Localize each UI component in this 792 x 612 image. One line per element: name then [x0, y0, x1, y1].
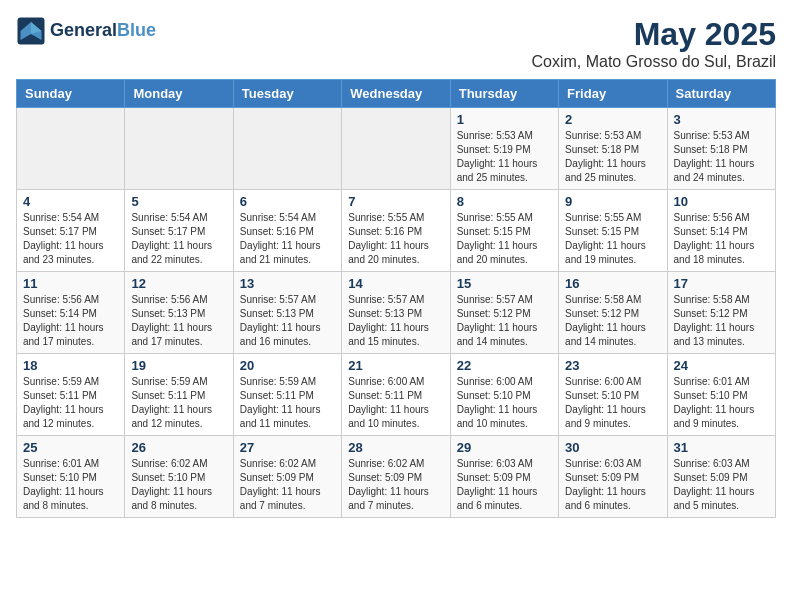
day-number: 22 [457, 358, 552, 373]
day-detail: Sunrise: 6:02 AMSunset: 5:09 PMDaylight:… [240, 457, 335, 513]
calendar-week-1: 1Sunrise: 5:53 AMSunset: 5:19 PMDaylight… [17, 108, 776, 190]
day-number: 19 [131, 358, 226, 373]
day-number: 1 [457, 112, 552, 127]
day-number: 5 [131, 194, 226, 209]
day-detail: Sunrise: 5:55 AMSunset: 5:15 PMDaylight:… [565, 211, 660, 267]
day-number: 14 [348, 276, 443, 291]
calendar-cell: 1Sunrise: 5:53 AMSunset: 5:19 PMDaylight… [450, 108, 558, 190]
calendar-cell: 7Sunrise: 5:55 AMSunset: 5:16 PMDaylight… [342, 190, 450, 272]
calendar-cell: 25Sunrise: 6:01 AMSunset: 5:10 PMDayligh… [17, 436, 125, 518]
calendar-week-3: 11Sunrise: 5:56 AMSunset: 5:14 PMDayligh… [17, 272, 776, 354]
calendar-cell: 9Sunrise: 5:55 AMSunset: 5:15 PMDaylight… [559, 190, 667, 272]
day-detail: Sunrise: 6:00 AMSunset: 5:10 PMDaylight:… [457, 375, 552, 431]
calendar-cell: 15Sunrise: 5:57 AMSunset: 5:12 PMDayligh… [450, 272, 558, 354]
day-number: 17 [674, 276, 769, 291]
day-number: 2 [565, 112, 660, 127]
weekday-header-thursday: Thursday [450, 80, 558, 108]
day-number: 15 [457, 276, 552, 291]
logo: GeneralBlue [16, 16, 156, 46]
location-title: Coxim, Mato Grosso do Sul, Brazil [531, 53, 776, 71]
day-number: 7 [348, 194, 443, 209]
calendar-cell: 27Sunrise: 6:02 AMSunset: 5:09 PMDayligh… [233, 436, 341, 518]
page-header: GeneralBlue May 2025 Coxim, Mato Grosso … [16, 16, 776, 71]
calendar-cell: 24Sunrise: 6:01 AMSunset: 5:10 PMDayligh… [667, 354, 775, 436]
day-number: 20 [240, 358, 335, 373]
day-detail: Sunrise: 5:54 AMSunset: 5:17 PMDaylight:… [131, 211, 226, 267]
day-number: 4 [23, 194, 118, 209]
day-detail: Sunrise: 5:59 AMSunset: 5:11 PMDaylight:… [23, 375, 118, 431]
day-number: 29 [457, 440, 552, 455]
calendar-cell: 10Sunrise: 5:56 AMSunset: 5:14 PMDayligh… [667, 190, 775, 272]
day-detail: Sunrise: 5:54 AMSunset: 5:17 PMDaylight:… [23, 211, 118, 267]
day-number: 27 [240, 440, 335, 455]
day-number: 6 [240, 194, 335, 209]
day-number: 12 [131, 276, 226, 291]
day-detail: Sunrise: 6:01 AMSunset: 5:10 PMDaylight:… [23, 457, 118, 513]
weekday-header-friday: Friday [559, 80, 667, 108]
day-detail: Sunrise: 5:56 AMSunset: 5:13 PMDaylight:… [131, 293, 226, 349]
month-title: May 2025 [531, 16, 776, 53]
day-detail: Sunrise: 6:00 AMSunset: 5:10 PMDaylight:… [565, 375, 660, 431]
calendar-cell: 2Sunrise: 5:53 AMSunset: 5:18 PMDaylight… [559, 108, 667, 190]
day-detail: Sunrise: 5:56 AMSunset: 5:14 PMDaylight:… [23, 293, 118, 349]
day-number: 16 [565, 276, 660, 291]
day-detail: Sunrise: 5:53 AMSunset: 5:18 PMDaylight:… [674, 129, 769, 185]
calendar-cell: 30Sunrise: 6:03 AMSunset: 5:09 PMDayligh… [559, 436, 667, 518]
day-detail: Sunrise: 5:59 AMSunset: 5:11 PMDaylight:… [240, 375, 335, 431]
day-detail: Sunrise: 6:00 AMSunset: 5:11 PMDaylight:… [348, 375, 443, 431]
day-detail: Sunrise: 5:58 AMSunset: 5:12 PMDaylight:… [674, 293, 769, 349]
calendar-cell: 29Sunrise: 6:03 AMSunset: 5:09 PMDayligh… [450, 436, 558, 518]
day-detail: Sunrise: 5:58 AMSunset: 5:12 PMDaylight:… [565, 293, 660, 349]
weekday-header-tuesday: Tuesday [233, 80, 341, 108]
calendar-cell: 17Sunrise: 5:58 AMSunset: 5:12 PMDayligh… [667, 272, 775, 354]
day-number: 25 [23, 440, 118, 455]
logo-text: GeneralBlue [50, 21, 156, 41]
day-number: 10 [674, 194, 769, 209]
weekday-row: SundayMondayTuesdayWednesdayThursdayFrid… [17, 80, 776, 108]
calendar-cell [233, 108, 341, 190]
calendar-cell: 3Sunrise: 5:53 AMSunset: 5:18 PMDaylight… [667, 108, 775, 190]
day-detail: Sunrise: 5:56 AMSunset: 5:14 PMDaylight:… [674, 211, 769, 267]
day-number: 3 [674, 112, 769, 127]
calendar-cell: 16Sunrise: 5:58 AMSunset: 5:12 PMDayligh… [559, 272, 667, 354]
calendar-cell [125, 108, 233, 190]
calendar-week-2: 4Sunrise: 5:54 AMSunset: 5:17 PMDaylight… [17, 190, 776, 272]
calendar-cell: 31Sunrise: 6:03 AMSunset: 5:09 PMDayligh… [667, 436, 775, 518]
day-number: 31 [674, 440, 769, 455]
day-number: 28 [348, 440, 443, 455]
day-number: 8 [457, 194, 552, 209]
day-detail: Sunrise: 5:57 AMSunset: 5:13 PMDaylight:… [240, 293, 335, 349]
day-detail: Sunrise: 5:57 AMSunset: 5:13 PMDaylight:… [348, 293, 443, 349]
weekday-header-saturday: Saturday [667, 80, 775, 108]
day-detail: Sunrise: 6:01 AMSunset: 5:10 PMDaylight:… [674, 375, 769, 431]
day-number: 13 [240, 276, 335, 291]
calendar-cell: 21Sunrise: 6:00 AMSunset: 5:11 PMDayligh… [342, 354, 450, 436]
day-number: 23 [565, 358, 660, 373]
day-number: 11 [23, 276, 118, 291]
day-detail: Sunrise: 5:53 AMSunset: 5:19 PMDaylight:… [457, 129, 552, 185]
day-detail: Sunrise: 6:02 AMSunset: 5:09 PMDaylight:… [348, 457, 443, 513]
calendar-cell [342, 108, 450, 190]
day-detail: Sunrise: 5:57 AMSunset: 5:12 PMDaylight:… [457, 293, 552, 349]
calendar-body: 1Sunrise: 5:53 AMSunset: 5:19 PMDaylight… [17, 108, 776, 518]
day-detail: Sunrise: 5:54 AMSunset: 5:16 PMDaylight:… [240, 211, 335, 267]
day-detail: Sunrise: 5:55 AMSunset: 5:15 PMDaylight:… [457, 211, 552, 267]
calendar-cell: 19Sunrise: 5:59 AMSunset: 5:11 PMDayligh… [125, 354, 233, 436]
day-detail: Sunrise: 6:03 AMSunset: 5:09 PMDaylight:… [674, 457, 769, 513]
calendar-cell [17, 108, 125, 190]
calendar-cell: 22Sunrise: 6:00 AMSunset: 5:10 PMDayligh… [450, 354, 558, 436]
day-detail: Sunrise: 6:02 AMSunset: 5:10 PMDaylight:… [131, 457, 226, 513]
day-number: 21 [348, 358, 443, 373]
day-number: 30 [565, 440, 660, 455]
calendar-week-4: 18Sunrise: 5:59 AMSunset: 5:11 PMDayligh… [17, 354, 776, 436]
calendar-header: SundayMondayTuesdayWednesdayThursdayFrid… [17, 80, 776, 108]
calendar-cell: 23Sunrise: 6:00 AMSunset: 5:10 PMDayligh… [559, 354, 667, 436]
calendar-cell: 4Sunrise: 5:54 AMSunset: 5:17 PMDaylight… [17, 190, 125, 272]
calendar-cell: 12Sunrise: 5:56 AMSunset: 5:13 PMDayligh… [125, 272, 233, 354]
title-block: May 2025 Coxim, Mato Grosso do Sul, Braz… [531, 16, 776, 71]
calendar-cell: 14Sunrise: 5:57 AMSunset: 5:13 PMDayligh… [342, 272, 450, 354]
calendar-cell: 13Sunrise: 5:57 AMSunset: 5:13 PMDayligh… [233, 272, 341, 354]
logo-icon [16, 16, 46, 46]
day-number: 18 [23, 358, 118, 373]
calendar-cell: 11Sunrise: 5:56 AMSunset: 5:14 PMDayligh… [17, 272, 125, 354]
